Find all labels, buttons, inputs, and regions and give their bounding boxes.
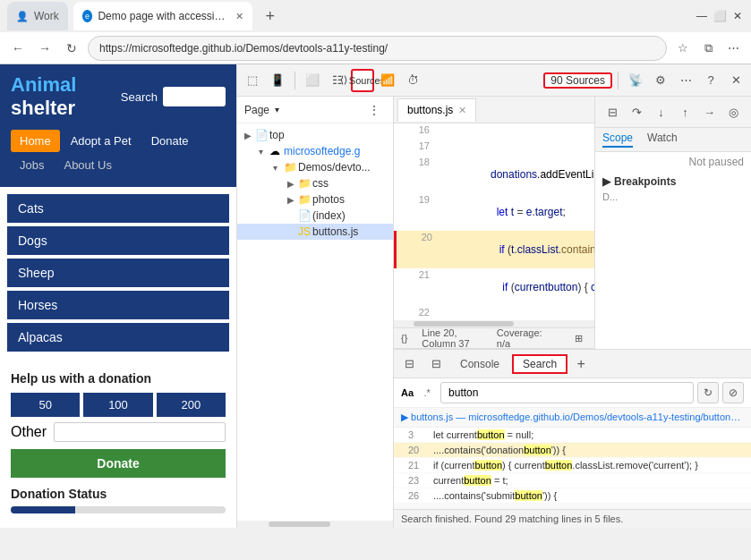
file-tree-scrollbar-h[interactable] [237,521,393,528]
code-line-16: 16 [394,123,594,140]
result-line-23[interactable]: 23 currentbutton = t; [394,473,751,488]
refresh-button[interactable]: ↻ [61,38,82,59]
pause-button[interactable]: ⊟ [602,100,623,123]
other-amount-input[interactable] [54,422,226,442]
deactivate-bp-button[interactable]: ◎ [723,100,744,123]
file-tree-title: Page [244,104,269,116]
regex-button[interactable]: .* [417,383,437,403]
devtools-toolbar: ⬚ 📱 ⬜ ☷ ⟨⟩ Sources 📶 ⏱ 90 Sources 📡 ⚙ ⋯ … [237,64,751,97]
animal-item-cats[interactable]: Cats [7,194,229,223]
forward-button[interactable]: → [34,38,55,59]
result-text-23: currentbutton = t; [433,475,508,486]
debug-tab-scope[interactable]: Scope [602,132,633,148]
devtools-panel: ⬚ 📱 ⬜ ☷ ⟨⟩ Sources 📶 ⏱ 90 Sources 📡 ⚙ ⋯ … [237,64,751,528]
tree-item-domain[interactable]: ▾ ☁ microsoftedge.g [237,143,393,159]
search-tab[interactable]: Search [512,354,568,374]
other-row: Other [11,422,226,442]
tree-item-index[interactable]: 📄 (index) [237,208,393,224]
tree-item-css[interactable]: ▶ 📁 css [237,175,393,191]
tree-item-photos[interactable]: ▶ 📁 photos [237,191,393,208]
code-area[interactable]: 16 17 18 [394,123,594,320]
back-button[interactable]: ← [7,38,29,59]
breakpoints-title[interactable]: ▶ Breakpoints [602,175,744,188]
devtools-more-button[interactable]: ⋯ [674,69,697,92]
devtools-inspect-button[interactable]: ⬚ [241,69,264,92]
search-clear-button[interactable]: ⊘ [722,382,744,403]
nav-jobs[interactable]: Jobs [11,154,53,176]
result-file-buttons-js[interactable]: ▶ buttons.js — microsoftedge.github.io/D… [394,408,751,428]
devtools-network-button[interactable]: 📶 [376,69,399,92]
code-tab-label: buttons.js [407,104,453,116]
step-into-button[interactable]: ↓ [651,100,671,123]
tree-item-top[interactable]: ▶ 📄 top [237,127,393,143]
animal-item-alpacas[interactable]: Alpacas [7,323,229,352]
devtools-device-button[interactable]: 📱 [266,69,289,92]
devtools-settings-icon[interactable]: ⚙ [649,69,672,92]
devtools-help-button[interactable]: ? [699,69,722,92]
search-toolbar: ⊟ ⊟ Console Search + [394,350,751,378]
search-input[interactable] [163,87,226,106]
maximize-button[interactable]: ⬜ [713,10,726,22]
code-tab-close-icon[interactable]: ✕ [458,105,466,116]
code-scrollbar-h[interactable] [394,320,594,327]
line-num-17: 17 [401,140,430,151]
devtools-close-button[interactable]: ✕ [724,69,747,92]
collections-icon[interactable]: ⧉ [697,38,719,59]
console-tab[interactable]: Console [451,356,508,372]
result-line-num-20: 20 [408,445,433,455]
tree-label-top: top [269,129,285,141]
code-line-21: 21 if (currentbutton) { currentbutton.cl… [394,268,594,306]
add-tab-button[interactable]: + [571,354,591,374]
devtools-sources-tab-button[interactable]: ⟨⟩ Sources [351,69,374,92]
result-line-21[interactable]: 21 if (currentbutton) { currentbutton.cl… [394,458,751,473]
pretty-print-button[interactable]: ⊞ [571,327,587,349]
amount-50-button[interactable]: 50 [11,393,80,417]
animal-item-dogs[interactable]: Dogs [7,226,229,255]
code-tab-buttons-js[interactable]: buttons.js ✕ [397,98,476,122]
more-icon[interactable]: ⋯ [722,38,744,59]
step-over-button[interactable]: ↷ [627,100,647,123]
devtools-wifi-icon[interactable]: 📡 [624,69,647,92]
result-line-num-23: 23 [408,475,433,486]
tree-item-buttons-js[interactable]: JS buttons.js [237,224,393,240]
search-footer: Search finished. Found 29 matching lines… [394,509,751,528]
result-line-20[interactable]: 20 ....contains('donationbutton')) { [394,443,751,458]
new-tab-button[interactable]: + [258,4,283,29]
favorites-icon[interactable]: ☆ [672,38,694,59]
cloud-icon: ☁ [269,145,284,157]
amount-200-button[interactable]: 200 [157,393,226,417]
devtools-performance-button[interactable]: ⏱ [401,69,424,92]
active-tab[interactable]: e Demo page with accessibility iss ✕ [73,2,252,30]
file-tree-more-button[interactable]: ⋮ [363,98,386,122]
step-button[interactable]: → [699,100,720,123]
nav-adopt[interactable]: Adopt a Pet [62,130,141,152]
title-bar: 👤 Work e Demo page with accessibility is… [0,0,751,32]
search-panel-icon-1[interactable]: ⊟ [397,352,421,376]
result-line-26[interactable]: 26 ....contains('submitbutton')) { [394,488,751,504]
minimize-button[interactable]: — [696,10,708,22]
line-column: Line 20, Column 37 [422,327,482,349]
line-num-22: 22 [401,306,430,318]
nav-donate[interactable]: Donate [142,130,198,152]
tree-item-demos[interactable]: ▾ 📁 Demos/devto... [237,159,393,175]
search-label: Search [121,90,158,104]
tab-close-button[interactable]: ✕ [235,11,243,22]
address-input[interactable] [88,36,667,61]
animal-item-sheep[interactable]: Sheep [7,259,229,287]
animal-item-horses[interactable]: Horses [7,291,229,319]
step-out-button[interactable]: ↑ [675,100,696,123]
search-panel-icon-2[interactable]: ⊟ [424,352,448,376]
code-debugger-split: buttons.js ✕ 16 17 [394,97,751,349]
inactive-tab[interactable]: 👤 Work [7,2,68,30]
search-refresh-button[interactable]: ↻ [697,382,719,403]
result-line-3[interactable]: 3 let currentbutton = null; [394,428,751,443]
donate-button[interactable]: Donate [11,449,226,478]
file-tree-body: ▶ 📄 top ▾ ☁ microsoftedge.g [237,123,393,521]
close-button[interactable]: ✕ [731,10,744,22]
nav-home[interactable]: Home [11,130,60,152]
devtools-elements-button[interactable]: ⬜ [301,69,324,92]
nav-about[interactable]: About Us [55,154,120,176]
debug-tab-watch[interactable]: Watch [647,132,678,148]
amount-100-button[interactable]: 100 [83,393,152,417]
search-query-input[interactable] [440,382,694,403]
